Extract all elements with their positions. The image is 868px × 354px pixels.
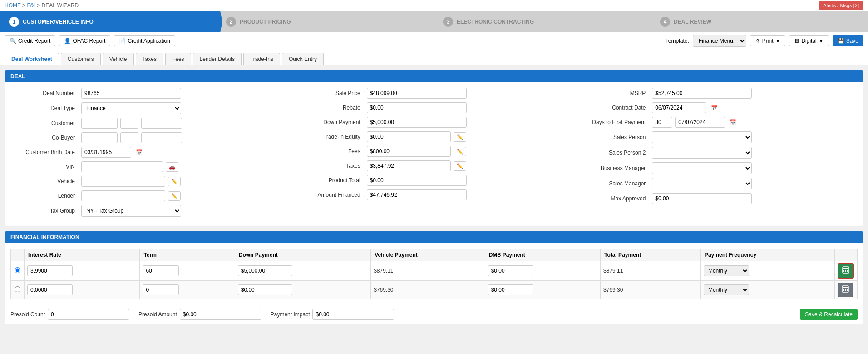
vehicle-input[interactable] [81,176,165,187]
max-approved-input[interactable] [652,193,752,204]
birth-date-calendar-icon[interactable]: 📅 [136,149,143,155]
row2-down-payment-input[interactable] [238,284,292,295]
presold-count-label: Presold Count [10,311,45,318]
breadcrumb-home[interactable]: HOME [5,2,21,9]
breadcrumb-fi[interactable]: F&I [27,2,35,9]
taxes-input[interactable] [367,160,451,171]
vehicle-row: Vehicle ✏️ [10,176,287,187]
days-to-first-payment-input[interactable] [652,117,672,128]
row1-interest-rate-input[interactable] [27,265,73,276]
trade-in-edit-icon[interactable]: ✏️ [454,132,466,142]
row1-dms-payment-input[interactable] [488,265,533,276]
row2-frequency-select[interactable]: Monthly Weekly Bi-Weekly [704,284,749,295]
save-button[interactable]: 💾 Save [833,35,863,46]
taxes-label: Taxes [296,163,364,169]
first-payment-date-input[interactable] [675,117,725,128]
tab-taxes[interactable]: Taxes [136,53,163,65]
sales-person-2-select[interactable] [652,147,752,159]
step-num-1: 1 [9,17,19,27]
vehicle-edit-icon[interactable]: ✏️ [168,177,181,186]
fees-input[interactable] [367,146,451,157]
tax-group-select[interactable]: NY - Tax Group NJ - Tax Group CT - Tax G… [81,205,181,217]
customer-last-input[interactable] [141,118,182,129]
presold-count-input[interactable] [48,309,129,320]
presold-amount-input[interactable] [180,309,261,320]
credit-report-button[interactable]: 🔍 Credit Report [5,35,55,46]
business-manager-select[interactable] [652,162,752,174]
step-label-4: DEAL REVIEW [674,19,711,25]
row1-term-input[interactable] [143,265,179,276]
ofac-report-button[interactable]: 👤 OFAC Report [59,35,110,46]
tab-deal-worksheet[interactable]: Deal Worksheet [5,53,59,65]
row1-frequency-cell: Monthly Weekly Bi-Weekly [700,261,834,281]
wizard-step-2[interactable]: 2 PRODUCT PRICING [217,11,434,32]
save-recalculate-button[interactable]: Save & Recalculate [800,309,858,320]
vin-input[interactable] [81,161,163,172]
customer-mi-input[interactable] [120,118,138,129]
sale-price-input[interactable] [367,88,467,99]
contract-date-input[interactable] [652,102,706,113]
vin-car-icon[interactable]: 🚗 [166,162,178,172]
wizard-step-3[interactable]: 3 ELECTRONIC CONTRACTING [434,11,651,32]
trade-in-equity-input[interactable] [367,131,451,142]
row2-dms-payment-input[interactable] [488,284,533,295]
main-content: DEAL Deal Number Deal Type Finance Cash … [0,65,868,333]
tabs: Deal Worksheet Customers Vehicle Taxes F… [0,50,868,65]
deal-number-label: Deal Number [10,90,79,96]
down-payment-input[interactable] [367,117,467,128]
tab-trade-ins[interactable]: Trade-Ins [243,53,280,65]
rebate-input[interactable] [367,102,467,113]
sales-person-select[interactable] [652,131,752,143]
msrp-label: MSRP [581,90,649,96]
row1-radio[interactable] [15,267,20,273]
row2-radio[interactable] [15,286,20,292]
wizard-step-4[interactable]: 4 DEAL REVIEW [651,11,868,32]
row1-frequency-select[interactable]: Monthly Weekly Bi-Weekly [704,265,749,276]
alerts-button[interactable]: Alerts / Msgs [2] [819,1,863,10]
contract-date-calendar-icon[interactable]: 📅 [711,105,718,111]
lender-edit-icon[interactable]: ✏️ [168,191,181,201]
credit-application-button[interactable]: 📄 Credit Application [114,35,175,46]
digital-button[interactable]: 🖥 Digital ▼ [789,35,829,46]
deal-type-select[interactable]: Finance Cash Lease [81,102,181,114]
customer-first-input[interactable] [81,118,118,129]
print-icon: 🖨 [755,38,760,44]
tab-fees[interactable]: Fees [165,53,191,65]
step-label-3: ELECTRONIC CONTRACTING [457,19,534,25]
product-total-input[interactable] [367,175,467,186]
sales-manager-select[interactable] [652,178,752,189]
fees-edit-icon[interactable]: ✏️ [454,147,466,156]
wizard-step-1[interactable]: 1 CUSTOMER/VEHICLE INFO [0,11,217,32]
tab-vehicle[interactable]: Vehicle [103,53,134,65]
taxes-edit-icon[interactable]: ✏️ [454,161,466,171]
payment-impact-input[interactable] [312,309,394,320]
row1-down-payment-input[interactable] [238,265,292,276]
row1-calculator-button[interactable] [838,263,854,279]
print-dropdown-icon: ▼ [775,38,781,44]
tab-quick-entry[interactable]: Quick Entry [282,53,324,65]
deal-number-input[interactable] [81,88,181,99]
co-buyer-mi-input[interactable] [120,132,138,143]
step-label-1: CUSTOMER/VEHICLE INFO [23,19,94,25]
sales-manager-label: Sales Manager [581,180,649,187]
row2-calculator-button[interactable] [838,283,853,297]
lender-input[interactable] [81,190,165,201]
tab-lender-details[interactable]: Lender Details [193,53,242,65]
first-payment-calendar-icon[interactable]: 📅 [730,119,736,125]
co-buyer-last-input[interactable] [141,132,182,143]
wizard-steps: 1 CUSTOMER/VEHICLE INFO 2 PRODUCT PRICIN… [0,11,868,32]
digital-icon: 🖥 [794,38,799,44]
amount-financed-input[interactable] [367,189,467,200]
row2-term-input[interactable] [143,284,179,295]
msrp-input[interactable] [652,88,752,99]
svg-rect-7 [847,271,848,272]
presold-amount-label: Presold Amount [138,311,177,318]
amount-financed-row: Amount Financed [296,189,572,200]
row2-down-payment-cell [235,281,370,299]
template-select[interactable]: Finance Menu. [693,35,746,47]
row2-interest-rate-input[interactable] [27,284,73,295]
birth-date-input[interactable] [81,147,131,158]
print-button[interactable]: 🖨 Print ▼ [750,35,786,46]
co-buyer-first-input[interactable] [81,132,118,143]
tab-customers[interactable]: Customers [61,53,101,65]
